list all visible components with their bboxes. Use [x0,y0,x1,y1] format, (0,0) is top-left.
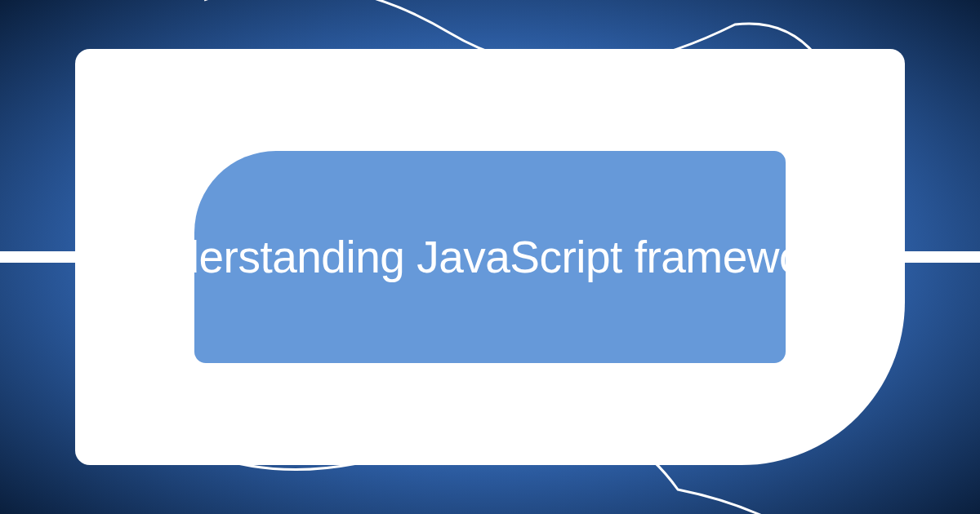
page-title: Understanding JavaScript frameworks [118,231,862,283]
hero-card: Understanding JavaScript frameworks [0,0,980,514]
